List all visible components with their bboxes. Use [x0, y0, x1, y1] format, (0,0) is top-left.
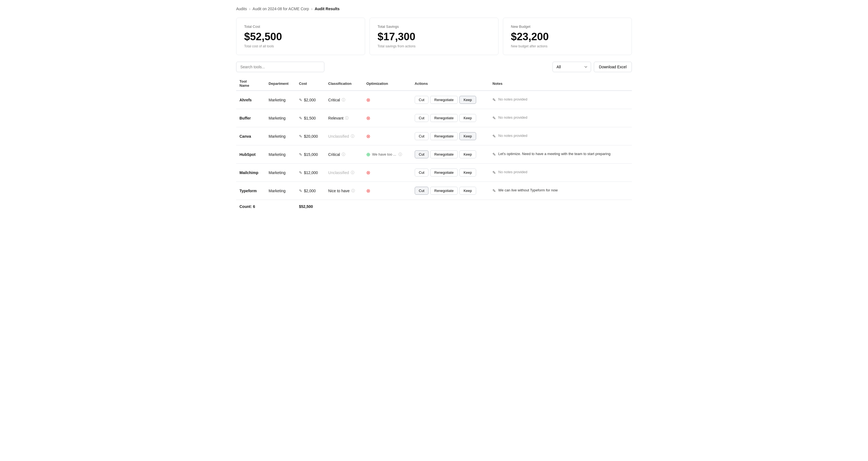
classification-info-icon[interactable]: ⓘ	[342, 152, 345, 157]
cell-actions: CutRenegotiateKeep	[411, 145, 489, 164]
cell-notes: ✎No notes provided	[489, 91, 632, 109]
cell-tool-name: HubSpot	[236, 145, 266, 164]
action-btn-renegotiate[interactable]: Renegotiate	[430, 151, 458, 158]
table-header-row: ToolName Department Cost Classification …	[236, 76, 632, 91]
card-total-savings: Total Savings $17,300 Total savings from…	[370, 18, 498, 55]
cell-optimization: ⊗	[363, 182, 411, 200]
classification-text: Unclassified	[328, 170, 349, 175]
action-btn-renegotiate[interactable]: Renegotiate	[430, 132, 458, 140]
table-row: CanvaMarketing✎$20,000Unclassifiedⓘ⊗CutR…	[236, 127, 632, 145]
classification-info-icon[interactable]: ⓘ	[351, 134, 354, 139]
cell-department: Marketing	[266, 127, 296, 145]
edit-note-icon[interactable]: ✎	[492, 98, 496, 102]
footer-count: Count: 6	[236, 200, 266, 214]
table-row: TypeformMarketing✎$2,000Nice to haveⓘ⊗Cu…	[236, 182, 632, 200]
opt-info-icon[interactable]: ⓘ	[399, 152, 402, 157]
card-total-cost-value: $52,500	[244, 31, 357, 43]
action-btn-keep[interactable]: Keep	[459, 132, 476, 140]
edit-note-icon[interactable]: ✎	[492, 170, 496, 175]
action-btn-keep[interactable]: Keep	[459, 168, 476, 176]
table-row: AhrefsMarketing✎$2,000Criticalⓘ⊗CutReneg…	[236, 91, 632, 109]
edit-note-icon[interactable]: ✎	[492, 134, 496, 139]
edit-cost-icon[interactable]: ✎	[299, 170, 302, 175]
cell-tool-name: Canva	[236, 127, 266, 145]
opt-icon-red: ⊗	[366, 170, 370, 176]
action-btn-cut[interactable]: Cut	[415, 187, 429, 195]
action-btn-cut[interactable]: Cut	[415, 168, 429, 176]
opt-icon-red: ⊗	[366, 188, 370, 194]
edit-note-icon[interactable]: ✎	[492, 116, 496, 121]
edit-note-icon[interactable]: ✎	[492, 188, 496, 193]
action-btn-renegotiate[interactable]: Renegotiate	[430, 114, 458, 122]
cell-cost: ✎$15,000	[296, 145, 325, 164]
action-btn-cut[interactable]: Cut	[415, 96, 429, 104]
cell-tool-name: Ahrefs	[236, 91, 266, 109]
cell-optimization: ⊗	[363, 164, 411, 182]
tool-name-text: Typeform	[240, 189, 257, 193]
filter-select[interactable]: All Marketing Engineering	[553, 62, 591, 72]
cell-department: Marketing	[266, 182, 296, 200]
note-text: No notes provided	[498, 97, 527, 101]
cell-optimization: ⊗	[363, 109, 411, 127]
note-text: No notes provided	[498, 134, 527, 138]
cell-notes: ✎No notes provided	[489, 164, 632, 182]
cell-classification: Criticalⓘ	[325, 91, 363, 109]
download-excel-button[interactable]: Download Excel	[594, 62, 632, 72]
cell-optimization: ⊕We have too ...ⓘ	[363, 145, 411, 164]
card-total-cost-sub: Total cost of all tools	[244, 44, 357, 48]
action-btn-renegotiate[interactable]: Renegotiate	[430, 187, 458, 195]
cell-cost: ✎$2,000	[296, 91, 325, 109]
card-new-budget-value: $23,200	[511, 31, 624, 43]
card-total-savings-value: $17,300	[377, 31, 491, 43]
card-new-budget-label: New Budget	[511, 25, 624, 29]
cost-value: $2,000	[304, 98, 316, 102]
card-total-cost: Total Cost $52,500 Total cost of all too…	[236, 18, 365, 55]
action-btn-keep[interactable]: Keep	[459, 151, 476, 158]
note-text: We can live without Typeform for now	[498, 188, 558, 192]
toolbar: All Marketing Engineering Download Excel	[236, 62, 632, 72]
action-btn-cut[interactable]: Cut	[415, 132, 429, 140]
tool-name-text: Buffer	[240, 116, 251, 120]
edit-note-icon[interactable]: ✎	[492, 152, 496, 157]
action-btn-keep[interactable]: Keep	[459, 187, 476, 195]
cell-notes: ✎No notes provided	[489, 127, 632, 145]
cost-value: $1,500	[304, 116, 316, 120]
classification-text: Nice to have	[328, 189, 350, 193]
col-classification: Classification	[325, 76, 363, 91]
classification-text: Unclassified	[328, 134, 349, 138]
cell-actions: CutRenegotiateKeep	[411, 164, 489, 182]
edit-cost-icon[interactable]: ✎	[299, 152, 302, 157]
page-container: Audits › Audit on 2024-08 for ACME Corp …	[227, 0, 641, 220]
edit-cost-icon[interactable]: ✎	[299, 98, 302, 102]
action-btn-cut[interactable]: Cut	[415, 151, 429, 158]
cell-actions: CutRenegotiateKeep	[411, 91, 489, 109]
note-text: No notes provided	[498, 170, 527, 174]
edit-cost-icon[interactable]: ✎	[299, 134, 302, 138]
action-btn-keep[interactable]: Keep	[459, 96, 476, 104]
action-btn-renegotiate[interactable]: Renegotiate	[430, 96, 458, 104]
opt-text: We have too ...ⓘ	[372, 152, 402, 157]
search-input[interactable]	[236, 62, 324, 72]
card-new-budget-sub: New budget after actions	[511, 44, 624, 48]
action-btn-keep[interactable]: Keep	[459, 114, 476, 122]
classification-info-icon[interactable]: ⓘ	[345, 116, 348, 121]
breadcrumb-mid[interactable]: Audit on 2024-08 for ACME Corp	[253, 7, 309, 11]
cell-notes: ✎No notes provided	[489, 109, 632, 127]
note-text: No notes provided	[498, 116, 527, 120]
breadcrumb-sep-2: ›	[311, 7, 312, 11]
footer-total-cost: $52,500	[296, 200, 325, 214]
edit-cost-icon[interactable]: ✎	[299, 189, 302, 193]
cell-tool-name: Typeform	[236, 182, 266, 200]
cell-classification: Unclassifiedⓘ	[325, 164, 363, 182]
cell-classification: Criticalⓘ	[325, 145, 363, 164]
classification-info-icon[interactable]: ⓘ	[351, 170, 354, 175]
classification-info-icon[interactable]: ⓘ	[351, 188, 355, 193]
breadcrumb-root[interactable]: Audits	[236, 7, 247, 11]
edit-cost-icon[interactable]: ✎	[299, 116, 302, 120]
classification-info-icon[interactable]: ⓘ	[342, 98, 345, 102]
cost-value: $20,000	[304, 134, 318, 138]
action-btn-cut[interactable]: Cut	[415, 114, 429, 122]
action-btn-renegotiate[interactable]: Renegotiate	[430, 168, 458, 176]
tool-name-text: Canva	[240, 134, 251, 138]
cell-tool-name: Mailchimp	[236, 164, 266, 182]
